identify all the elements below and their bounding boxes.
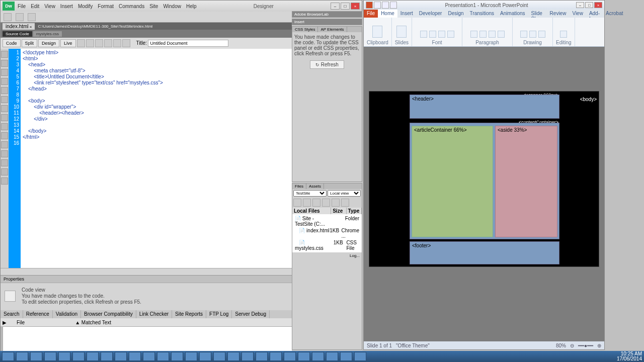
qat-save-icon[interactable] (374, 2, 381, 9)
tab-reference[interactable]: Reference (23, 310, 53, 318)
system-tray-clock[interactable]: 10:25 AM17/06/2014 (617, 351, 642, 361)
pp-close-button[interactable]: × (594, 2, 602, 8)
shape-aside[interactable]: <aside 33%> (495, 126, 557, 237)
files-tool-icon[interactable] (312, 199, 320, 207)
files-tool-icon[interactable] (303, 199, 311, 207)
tab-validation[interactable]: Validation (53, 310, 81, 318)
css-refresh-button[interactable]: ↻ Refresh (310, 60, 344, 69)
menu-edit[interactable]: Edit (31, 4, 39, 9)
tab-ap-elements[interactable]: AP Elements (318, 27, 347, 32)
files-tool-icon[interactable] (332, 199, 340, 207)
taskbar-app[interactable] (72, 352, 85, 361)
minimize-button[interactable]: – (331, 3, 340, 10)
tool-icon[interactable] (1, 87, 8, 94)
menu-site[interactable]: Site (149, 4, 158, 9)
maximize-button[interactable]: □ (341, 3, 350, 10)
taskbar-app[interactable] (354, 352, 366, 361)
tool-icon[interactable] (1, 141, 8, 148)
files-log[interactable]: Log... (292, 252, 362, 259)
taskbar-app[interactable] (30, 352, 42, 361)
file-row[interactable]: 📄 Site - TestSite (C:...Folder (293, 215, 361, 227)
taskbar-app[interactable] (171, 352, 183, 361)
tool-icon[interactable] (1, 105, 8, 112)
tool-icon[interactable] (1, 60, 8, 67)
close-button[interactable]: × (351, 3, 360, 10)
shape-header[interactable]: <header> (410, 95, 559, 119)
view-live-button[interactable]: Live (60, 39, 76, 47)
taskbar-app[interactable] (242, 352, 254, 361)
taskbar-app[interactable] (143, 352, 155, 361)
taskbar-app[interactable] (199, 352, 211, 361)
files-tree[interactable]: 📄 Site - TestSite (C:...Folder 📄 index.h… (292, 214, 362, 252)
taskbar-app[interactable] (157, 352, 169, 361)
toolbar-icon[interactable] (122, 39, 130, 47)
tab-css-styles[interactable]: CSS Styles (292, 27, 318, 32)
tab-mystyles[interactable]: mystyles.css (33, 31, 62, 37)
ribbon-tab-slideshow[interactable]: Slide Show (528, 10, 547, 18)
qat-undo-icon[interactable] (382, 2, 389, 9)
font-color-icon[interactable] (447, 31, 454, 38)
taskbar-app[interactable] (16, 352, 28, 361)
tool-icon[interactable] (1, 159, 8, 166)
view-code-button[interactable]: Code (3, 39, 21, 47)
files-tool-icon[interactable] (341, 199, 349, 207)
align-icon[interactable] (479, 31, 487, 38)
menu-format[interactable]: Format (98, 4, 114, 9)
shape-footer[interactable]: <footer> (410, 241, 559, 264)
new-slide-icon[interactable] (396, 26, 407, 38)
taskbar-app[interactable] (129, 352, 141, 361)
menu-modify[interactable]: Modify (78, 4, 93, 9)
menu-help[interactable]: Help (186, 4, 197, 9)
ribbon-tab-review[interactable]: Review (547, 10, 570, 18)
menu-window[interactable]: Window (163, 4, 181, 9)
taskbar-app[interactable] (101, 352, 113, 361)
paste-icon[interactable] (372, 26, 382, 38)
shape-article[interactable]: <articleContainer 66%> (412, 126, 493, 237)
shapes-icon[interactable] (520, 31, 527, 38)
zoom-level[interactable]: 80% (556, 343, 566, 348)
toolbar-icon[interactable] (104, 39, 112, 47)
arrange-icon[interactable] (529, 31, 536, 38)
tool-icon[interactable] (1, 132, 8, 139)
taskbar-app[interactable] (44, 352, 56, 361)
align-icon[interactable] (489, 31, 496, 38)
tool-icon[interactable] (1, 114, 8, 121)
pp-minimize-button[interactable]: – (576, 2, 584, 8)
taskbar-app[interactable] (298, 352, 310, 361)
tab-site-reports[interactable]: Site Reports (172, 310, 206, 318)
toolbar-icon[interactable] (113, 39, 121, 47)
slide-canvas-area[interactable]: <body> <wrapper 960px> <header> <content… (364, 47, 604, 341)
tool-icon[interactable] (1, 69, 8, 76)
file-row[interactable]: 📄 mystyles.css1KBCSS File (293, 239, 361, 251)
tab-files[interactable]: Files (292, 184, 306, 189)
view-split-button[interactable]: Split (22, 39, 38, 47)
ribbon-tab-home[interactable]: Home (378, 10, 397, 18)
ribbon-tab-view[interactable]: View (569, 10, 586, 18)
tool-icon[interactable] (1, 96, 8, 103)
menu-insert[interactable]: Insert (60, 4, 73, 9)
qat-redo-icon[interactable] (390, 2, 397, 9)
tool-icon[interactable] (1, 150, 8, 157)
files-tool-icon[interactable] (293, 199, 301, 207)
tab-link-checker[interactable]: Link Checker (136, 310, 172, 318)
quickstyles-icon[interactable] (538, 31, 545, 38)
zoom-out-button[interactable]: ⊖ (570, 343, 574, 348)
underline-icon[interactable] (438, 31, 445, 38)
slide[interactable]: <body> <wrapper 960px> <header> <content… (369, 91, 599, 267)
file-row[interactable]: 📄 index.html1KBChrome ... (293, 227, 361, 239)
menu-commands[interactable]: Commands (119, 4, 144, 9)
ribbon-tab-design[interactable]: Design (445, 10, 466, 18)
tool-icon[interactable] (1, 168, 8, 175)
ribbon-tab-acrobat[interactable]: Acrobat (603, 10, 626, 18)
taskbar-app[interactable] (115, 352, 127, 361)
taskbar-app[interactable] (87, 352, 99, 361)
toolbar-icon[interactable] (95, 39, 103, 47)
ribbon-tab-developer[interactable]: Developer (416, 10, 445, 18)
tab-server-debug[interactable]: Server Debug (232, 310, 270, 318)
ribbon-tab-addins[interactable]: Add-Ins (586, 10, 603, 18)
taskbar-app[interactable] (284, 352, 296, 361)
bold-icon[interactable] (420, 31, 427, 38)
editing-icon[interactable] (560, 31, 567, 38)
tool-icon[interactable] (1, 78, 8, 85)
insert-title[interactable]: Insert (292, 19, 362, 25)
